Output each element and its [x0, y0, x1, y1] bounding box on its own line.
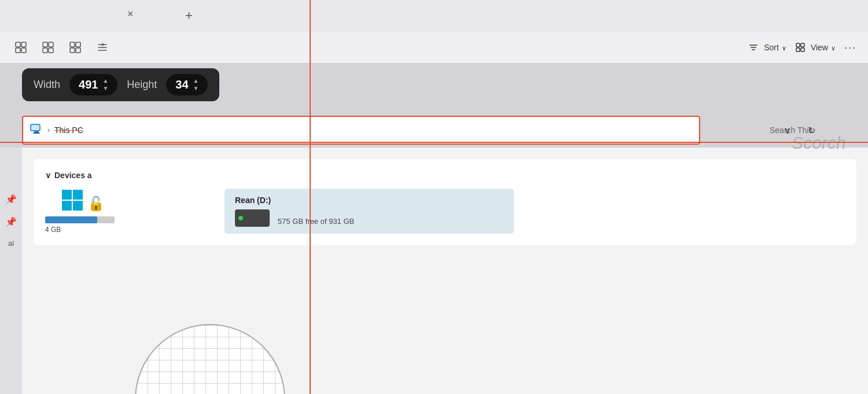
width-label: Width — [34, 79, 60, 91]
drive-d-item[interactable]: Rean (D:) 575 GB free of 931 GB — [225, 189, 514, 234]
more-options-button[interactable]: ··· — [844, 42, 856, 54]
toolbar-icon-1[interactable] — [12, 38, 30, 57]
view-button[interactable]: View ∨ — [795, 42, 836, 53]
width-value-box[interactable]: 491 ▲ ▼ — [69, 74, 117, 95]
address-bar[interactable]: › This PC — [22, 116, 700, 145]
sidebar-pin-2[interactable]: 📌 — [5, 216, 17, 227]
drive-d-inner: 575 GB free of 931 GB — [235, 209, 503, 227]
drive-d-free-text: 575 GB free of 931 GB — [278, 217, 503, 226]
toolbar-icon-4[interactable] — [93, 38, 112, 57]
height-value: 34 — [175, 78, 188, 91]
drive-c-bar-fill — [45, 216, 97, 223]
main-content: ∨ Devices a 🔓 — [22, 148, 868, 394]
sidebar-icons: 📌 📌 al — [0, 148, 22, 394]
svg-rect-13 — [801, 43, 804, 47]
svg-rect-15 — [801, 48, 804, 51]
section-chevron-icon: ∨ — [45, 171, 51, 180]
width-value: 491 — [79, 78, 98, 91]
sidebar-al-text: al — [0, 239, 22, 248]
height-down-arrow[interactable]: ▼ — [193, 85, 199, 92]
svg-rect-4 — [43, 42, 47, 47]
drive-c-icon-group: 🔓 — [61, 189, 105, 212]
toolbar: Sort ∨ View ∨ ··· — [0, 32, 868, 64]
height-label: Height — [127, 79, 157, 91]
content-area: ∨ Devices a 🔓 — [22, 148, 868, 394]
svg-rect-16 — [31, 124, 40, 131]
svg-rect-10 — [70, 48, 75, 53]
height-up-arrow[interactable]: ▲ — [193, 78, 199, 84]
this-pc-icon — [30, 124, 43, 137]
sort-button[interactable]: Sort ∨ — [748, 42, 786, 53]
tab-add-button[interactable]: + — [185, 8, 193, 23]
drives-row: 🔓 4 GB R — [45, 189, 845, 234]
svg-rect-12 — [796, 43, 800, 47]
address-chevron-icon: › — [47, 126, 50, 134]
section-title: Devices a — [54, 171, 92, 180]
address-path-text: This PC — [54, 126, 83, 135]
lock-icon: 🔓 — [87, 196, 105, 212]
tab-bar: × + — [0, 0, 868, 32]
svg-rect-6 — [43, 48, 47, 53]
windows-logo-icon — [61, 189, 84, 212]
height-stepper[interactable]: ▲ ▼ — [193, 78, 199, 92]
svg-rect-20 — [73, 190, 83, 200]
svg-rect-22 — [73, 201, 83, 211]
svg-rect-11 — [76, 48, 80, 53]
svg-rect-8 — [70, 42, 75, 47]
width-up-arrow[interactable]: ▲ — [102, 78, 108, 84]
drive-c-free-text: 4 GB — [45, 226, 120, 234]
svg-rect-17 — [34, 131, 39, 132]
svg-rect-0 — [16, 42, 20, 47]
svg-rect-21 — [62, 201, 72, 211]
svg-rect-3 — [21, 48, 26, 53]
devices-section: ∨ Devices a 🔓 — [34, 159, 856, 245]
drive-c-item[interactable]: 🔓 4 GB — [45, 189, 120, 234]
svg-rect-19 — [62, 190, 72, 200]
address-bar-actions: ∨ ↻ — [777, 116, 822, 145]
svg-rect-1 — [21, 42, 26, 47]
height-value-box[interactable]: 34 ▲ ▼ — [166, 74, 208, 95]
svg-rect-7 — [49, 48, 53, 53]
tab-close-button[interactable]: × — [127, 8, 134, 20]
width-down-arrow[interactable]: ▼ — [102, 85, 108, 92]
width-stepper[interactable]: ▲ ▼ — [102, 78, 108, 92]
svg-rect-14 — [796, 48, 800, 51]
drive-d-name: Rean (D:) — [235, 196, 503, 205]
address-refresh-button[interactable]: ↻ — [801, 120, 822, 141]
toolbar-icon-3[interactable] — [66, 38, 84, 57]
view-label: View — [811, 43, 828, 52]
sort-chevron-icon: ∨ — [782, 45, 786, 52]
svg-rect-18 — [33, 132, 40, 134]
address-dropdown-button[interactable]: ∨ — [777, 120, 798, 141]
svg-rect-9 — [76, 42, 80, 47]
section-header: ∨ Devices a — [45, 171, 845, 180]
svg-rect-5 — [49, 42, 53, 47]
svg-rect-2 — [16, 48, 20, 53]
magnifier-circle — [135, 324, 285, 394]
magnifier-grid — [136, 325, 284, 394]
sort-label: Sort — [764, 43, 779, 52]
drive-c-bar — [45, 216, 115, 223]
drive-hdd-icon — [235, 209, 270, 227]
toolbar-icon-2[interactable] — [39, 38, 57, 57]
drive-hdd-light — [238, 216, 243, 220]
view-chevron-icon: ∨ — [831, 45, 836, 52]
sidebar-pin-1[interactable]: 📌 — [5, 194, 17, 205]
dimension-tooltip: Width 491 ▲ ▼ Height 34 ▲ ▼ — [22, 68, 219, 101]
